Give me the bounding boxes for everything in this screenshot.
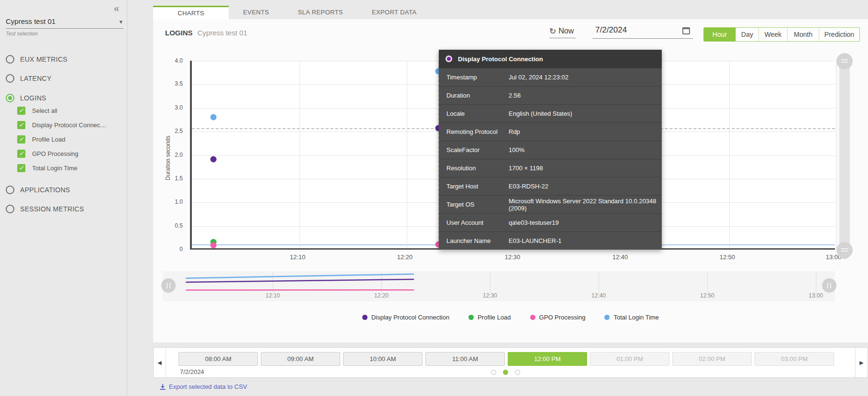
test-select-dropdown[interactable]: Cypress test 01 ▾ bbox=[6, 17, 123, 29]
checkbox-label: Total Login Time bbox=[32, 165, 78, 172]
checkbox-display-protocol-connection[interactable]: ✓ Display Protocol Connec… bbox=[17, 120, 106, 130]
legend-item-display-protocol-connection[interactable]: Display Protocol Connection bbox=[362, 314, 449, 321]
vertical-zoom-slider-track[interactable] bbox=[839, 54, 850, 259]
y-tick-label: 0 bbox=[179, 246, 183, 253]
tooltip-row-value: Microsoft Windows Server 2022 Standard 1… bbox=[509, 198, 662, 212]
vertical-slider-top-handle[interactable] bbox=[836, 53, 853, 69]
tab-export-data[interactable]: EXPORT DATA bbox=[357, 6, 431, 19]
timeline-next-arrow[interactable]: ▶ bbox=[855, 348, 868, 377]
tooltip-row: ScaleFactor100% bbox=[439, 141, 662, 159]
tooltip-row-label: Locale bbox=[446, 110, 509, 117]
checkbox-profile-load[interactable]: ✓ Profile Load bbox=[17, 134, 65, 144]
sidebar-item-logins[interactable]: LOGINS bbox=[6, 93, 46, 103]
gridline bbox=[407, 61, 407, 248]
tooltip-row-value: 1700 × 1198 bbox=[509, 165, 543, 172]
tooltip-header: Display Protocol Connection bbox=[439, 50, 662, 68]
y-tick-label: 1.0 bbox=[175, 198, 183, 205]
now-label: Now bbox=[558, 27, 574, 35]
sidebar-item-label: LOGINS bbox=[20, 94, 46, 102]
checkbox-checked-icon: ✓ bbox=[17, 135, 25, 143]
legend-label: Display Protocol Connection bbox=[371, 314, 449, 321]
navigator-left-handle[interactable] bbox=[161, 278, 176, 293]
tooltip-row-value: English (United States) bbox=[509, 110, 572, 117]
y-tick-label: 3.0 bbox=[175, 104, 183, 111]
legend-item-total-login-time[interactable]: Total Login Time bbox=[604, 314, 659, 321]
date-value: 7/2/2024 bbox=[595, 25, 627, 35]
x-tick-label: 12:40 bbox=[612, 253, 628, 261]
legend-label: Total Login Time bbox=[613, 314, 659, 321]
hour-button-1100am[interactable]: 11:00 AM bbox=[425, 352, 505, 366]
download-icon bbox=[159, 384, 166, 390]
legend-item-gpo-processing[interactable]: GPO Processing bbox=[530, 314, 586, 321]
tab-bar: CHARTS EVENTS SLA REPORTS EXPORT DATA bbox=[153, 6, 431, 19]
hour-button-0200pm[interactable]: 02:00 PM bbox=[672, 352, 752, 366]
timeline-date-label: 7/2/2024 bbox=[180, 368, 204, 375]
calendar-icon[interactable] bbox=[682, 27, 690, 34]
checkbox-total-login-time[interactable]: ✓ Total Login Time bbox=[17, 163, 78, 173]
sidebar-item-applications[interactable]: APPLICATIONS bbox=[6, 185, 70, 195]
sidebar-item-latency[interactable]: LATENCY bbox=[6, 73, 52, 84]
checkbox-label: Display Protocol Connec… bbox=[32, 121, 106, 129]
tab-charts[interactable]: CHARTS bbox=[153, 6, 229, 19]
page-dot[interactable] bbox=[515, 370, 520, 375]
checkbox-label: Profile Load bbox=[32, 136, 65, 143]
timeline-page-dots bbox=[491, 370, 520, 375]
tooltip-row-value: Rdp bbox=[509, 128, 520, 135]
sidebar-item-label: SESSION METRICS bbox=[20, 205, 84, 213]
date-input[interactable]: 7/2/2024 bbox=[592, 23, 693, 39]
data-point[interactable] bbox=[210, 156, 216, 162]
sidebar-item-session-metrics[interactable]: SESSION METRICS bbox=[6, 204, 84, 214]
series-color-dot-icon bbox=[445, 55, 452, 62]
hour-button-0900am[interactable]: 09:00 AM bbox=[261, 352, 340, 366]
tab-sla-reports[interactable]: SLA REPORTS bbox=[283, 6, 357, 19]
radio-selected-icon bbox=[6, 94, 14, 102]
range-day-button[interactable]: Day bbox=[735, 28, 758, 41]
tooltip-title: Display Protocol Connection bbox=[458, 55, 543, 63]
sidebar-item-eux-metrics[interactable]: EUX METRICS bbox=[6, 54, 67, 65]
test-select-caption: Test selection bbox=[6, 31, 38, 36]
tooltip-row: Duration2.56 bbox=[439, 86, 662, 104]
chart-title: LOGINSCypress test 01 bbox=[165, 29, 247, 37]
range-hour-button[interactable]: Hour bbox=[704, 28, 735, 41]
data-point[interactable] bbox=[210, 114, 216, 120]
radio-icon bbox=[6, 55, 14, 64]
x-tick-label: 12:30 bbox=[505, 253, 521, 261]
data-point[interactable] bbox=[210, 242, 216, 249]
hour-button-1000am[interactable]: 10:00 AM bbox=[343, 352, 423, 366]
page-dot-active[interactable] bbox=[503, 370, 508, 375]
hour-button-1200pm[interactable]: 12:00 PM bbox=[508, 352, 587, 366]
navigator-right-handle[interactable] bbox=[822, 278, 836, 293]
chart-range-navigator[interactable]: 12:1012:2012:3012:4012:5013:00 bbox=[163, 271, 835, 301]
data-point-tooltip: Display Protocol Connection TimestampJul… bbox=[439, 50, 662, 250]
hour-button-0800am[interactable]: 08:00 AM bbox=[178, 352, 258, 366]
legend-label: GPO Processing bbox=[539, 314, 586, 321]
refresh-icon: ↻ bbox=[549, 26, 556, 36]
tooltip-row: LocaleEnglish (United States) bbox=[439, 104, 662, 122]
grip-icon bbox=[841, 59, 848, 63]
tooltip-row-label: Resolution bbox=[446, 165, 509, 172]
tooltip-row-value: 2.56 bbox=[509, 92, 521, 99]
x-tick-label: 12:10 bbox=[290, 253, 306, 261]
checkbox-gpo-processing[interactable]: ✓ GPO Processing bbox=[17, 149, 78, 158]
range-prediction-button[interactable]: Prediction bbox=[819, 28, 859, 41]
tooltip-row-value: E03-LAUNCHER-1 bbox=[509, 237, 562, 244]
vertical-slider-bottom-handle[interactable] bbox=[836, 242, 853, 258]
radio-icon bbox=[6, 74, 14, 83]
y-tick-label: 2.5 bbox=[175, 128, 183, 134]
tooltip-row-label: ScaleFactor bbox=[446, 146, 509, 154]
hour-button-0100pm[interactable]: 01:00 PM bbox=[590, 352, 669, 366]
export-csv-link[interactable]: Export selected data to CSV bbox=[159, 383, 247, 390]
tab-events[interactable]: EVENTS bbox=[229, 6, 283, 19]
refresh-now-button[interactable]: ↻ Now bbox=[549, 25, 576, 38]
navigator-series-lines bbox=[163, 271, 835, 301]
sidebar-item-label: APPLICATIONS bbox=[20, 186, 70, 194]
legend-item-profile-load[interactable]: Profile Load bbox=[468, 314, 511, 321]
tooltip-row-value: qa\e03-testuser19 bbox=[509, 219, 559, 226]
page-dot[interactable] bbox=[491, 370, 496, 375]
checkbox-select-all[interactable]: ✓ Select all bbox=[17, 106, 57, 115]
sidebar-collapse-icon[interactable]: « bbox=[114, 3, 119, 14]
hour-button-0300pm[interactable]: 03:00 PM bbox=[755, 352, 834, 366]
range-month-button[interactable]: Month bbox=[787, 28, 819, 41]
timeline-prev-arrow[interactable]: ◀ bbox=[154, 348, 166, 377]
range-week-button[interactable]: Week bbox=[758, 28, 787, 41]
